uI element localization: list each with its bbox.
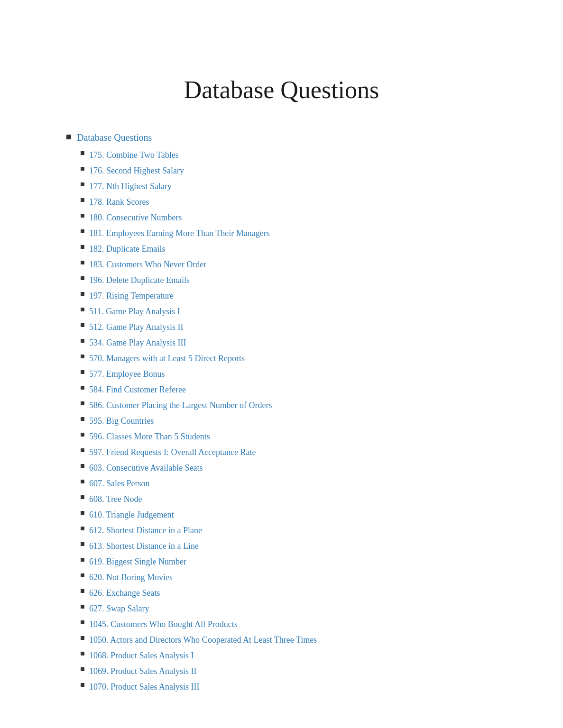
toc-link-item-597[interactable]: 597. Friend Requests I: Overall Acceptan… bbox=[89, 446, 256, 459]
list-item: 511. Game Play Analysis I bbox=[81, 305, 525, 318]
toc-link-item-1069[interactable]: 1069. Product Sales Analysis II bbox=[89, 665, 197, 678]
list-item: 534. Game Play Analysis III bbox=[81, 337, 525, 349]
sub-bullet-icon bbox=[81, 480, 84, 483]
list-item: 607. Sales Person bbox=[81, 477, 525, 490]
sub-bullet-icon bbox=[81, 292, 84, 296]
list-item: 627. Swap Salary bbox=[81, 602, 525, 615]
sub-bullet-icon bbox=[81, 339, 84, 343]
sub-bullet-icon bbox=[81, 511, 84, 515]
sub-bullet-icon bbox=[81, 433, 84, 437]
toc-link-item-610[interactable]: 610. Triangle Judgement bbox=[89, 509, 174, 521]
list-item: 1070. Product Sales Analysis III bbox=[81, 681, 525, 693]
sub-bullet-icon bbox=[81, 448, 84, 452]
sub-bullet-icon bbox=[81, 417, 84, 421]
sub-bullet-icon bbox=[81, 495, 84, 499]
list-item: 584. Find Customer Referee bbox=[81, 383, 525, 396]
toc-link-item-626[interactable]: 626. Exchange Seats bbox=[89, 587, 160, 600]
list-item: 1069. Product Sales Analysis II bbox=[81, 665, 525, 678]
toc-link-item-595[interactable]: 595. Big Countries bbox=[89, 415, 154, 428]
toc-link-item-176[interactable]: 176. Second Highest Salary bbox=[89, 164, 184, 177]
toc-link-item-627[interactable]: 627. Swap Salary bbox=[89, 602, 149, 615]
toc-link-item-512[interactable]: 512. Game Play Analysis II bbox=[89, 321, 183, 334]
page-title: Database Questions bbox=[38, 76, 525, 104]
list-item: 586. Customer Placing the Largest Number… bbox=[81, 399, 525, 412]
toc-link-item-175[interactable]: 175. Combine Two Tables bbox=[89, 149, 179, 162]
sub-bullet-icon bbox=[81, 683, 84, 687]
sub-bullet-icon bbox=[81, 589, 84, 593]
list-item: 177. Nth Highest Salary bbox=[81, 180, 525, 193]
list-item: 612. Shortest Distance in a Plane bbox=[81, 524, 525, 537]
list-item: 196. Delete Duplicate Emails bbox=[81, 274, 525, 287]
sub-bullet-icon bbox=[81, 229, 84, 233]
toc-root-item: Database Questions bbox=[66, 132, 525, 143]
sub-bullet-icon bbox=[81, 667, 84, 671]
toc-container: Database Questions 175. Combine Two Tabl… bbox=[66, 132, 525, 693]
toc-link-item-607[interactable]: 607. Sales Person bbox=[89, 477, 150, 490]
list-item: 1068. Product Sales Analysis I bbox=[81, 649, 525, 662]
toc-link-item-1070[interactable]: 1070. Product Sales Analysis III bbox=[89, 681, 199, 693]
sub-bullet-icon bbox=[81, 276, 84, 280]
toc-link-item-613[interactable]: 613. Shortest Distance in a Line bbox=[89, 540, 199, 553]
toc-link-item-511[interactable]: 511. Game Play Analysis I bbox=[89, 305, 180, 318]
sub-bullet-icon bbox=[81, 261, 84, 264]
toc-root-link[interactable]: Database Questions bbox=[77, 132, 152, 143]
toc-link-item-603[interactable]: 603. Consecutive Available Seats bbox=[89, 462, 203, 474]
sub-bullet-icon bbox=[81, 527, 84, 530]
sub-bullet-icon bbox=[81, 182, 84, 186]
list-item: 619. Biggest Single Number bbox=[81, 555, 525, 568]
list-item: 178. Rank Scores bbox=[81, 196, 525, 209]
toc-link-item-178[interactable]: 178. Rank Scores bbox=[89, 196, 149, 209]
list-item: 626. Exchange Seats bbox=[81, 587, 525, 600]
toc-link-item-534[interactable]: 534. Game Play Analysis III bbox=[89, 337, 186, 349]
toc-link-item-570[interactable]: 570. Managers with at Least 5 Direct Rep… bbox=[89, 352, 245, 365]
list-item: 597. Friend Requests I: Overall Acceptan… bbox=[81, 446, 525, 459]
toc-sub-list: 175. Combine Two Tables176. Second Highe… bbox=[81, 149, 525, 693]
toc-link-item-586[interactable]: 586. Customer Placing the Largest Number… bbox=[89, 399, 272, 412]
sub-bullet-icon bbox=[81, 198, 84, 202]
toc-root-list: Database Questions bbox=[66, 132, 525, 143]
sub-bullet-icon bbox=[81, 605, 84, 609]
toc-link-item-577[interactable]: 577. Employee Bonus bbox=[89, 368, 165, 381]
toc-link-item-180[interactable]: 180. Consecutive Numbers bbox=[89, 211, 182, 224]
toc-link-item-1045[interactable]: 1045. Customers Who Bought All Products bbox=[89, 618, 238, 631]
list-item: 175. Combine Two Tables bbox=[81, 149, 525, 162]
sub-bullet-icon bbox=[81, 620, 84, 624]
toc-link-item-181[interactable]: 181. Employees Earning More Than Their M… bbox=[89, 227, 270, 240]
list-item: 610. Triangle Judgement bbox=[81, 509, 525, 521]
list-item: 1045. Customers Who Bought All Products bbox=[81, 618, 525, 631]
list-item: 577. Employee Bonus bbox=[81, 368, 525, 381]
sub-bullet-icon bbox=[81, 652, 84, 655]
sub-bullet-icon bbox=[81, 464, 84, 468]
toc-link-item-584[interactable]: 584. Find Customer Referee bbox=[89, 383, 186, 396]
list-item: 512. Game Play Analysis II bbox=[81, 321, 525, 334]
toc-link-item-612[interactable]: 612. Shortest Distance in a Plane bbox=[89, 524, 202, 537]
sub-bullet-icon bbox=[81, 214, 84, 218]
list-item: 183. Customers Who Never Order bbox=[81, 258, 525, 271]
toc-link-item-182[interactable]: 182. Duplicate Emails bbox=[89, 243, 165, 255]
sub-bullet-icon bbox=[81, 151, 84, 155]
sub-bullet-icon bbox=[81, 370, 84, 374]
toc-link-item-197[interactable]: 197. Rising Temperature bbox=[89, 290, 174, 302]
toc-link-item-596[interactable]: 596. Classes More Than 5 Students bbox=[89, 430, 210, 443]
toc-link-item-177[interactable]: 177. Nth Highest Salary bbox=[89, 180, 172, 193]
sub-bullet-icon bbox=[81, 167, 84, 171]
toc-link-item-1068[interactable]: 1068. Product Sales Analysis I bbox=[89, 649, 194, 662]
toc-link-item-620[interactable]: 620. Not Boring Movies bbox=[89, 571, 173, 584]
list-item: 595. Big Countries bbox=[81, 415, 525, 428]
sub-bullet-icon bbox=[81, 355, 84, 358]
toc-link-item-196[interactable]: 196. Delete Duplicate Emails bbox=[89, 274, 190, 287]
sub-bullet-icon bbox=[81, 558, 84, 562]
toc-link-item-1050[interactable]: 1050. Actors and Directors Who Cooperate… bbox=[89, 634, 317, 646]
root-bullet-icon bbox=[66, 135, 71, 139]
list-item: 608. Tree Node bbox=[81, 493, 525, 506]
list-item: 1050. Actors and Directors Who Cooperate… bbox=[81, 634, 525, 646]
toc-link-item-183[interactable]: 183. Customers Who Never Order bbox=[89, 258, 206, 271]
list-item: 613. Shortest Distance in a Line bbox=[81, 540, 525, 553]
list-item: 180. Consecutive Numbers bbox=[81, 211, 525, 224]
sub-bullet-icon bbox=[81, 636, 84, 640]
list-item: 620. Not Boring Movies bbox=[81, 571, 525, 584]
toc-link-item-619[interactable]: 619. Biggest Single Number bbox=[89, 555, 186, 568]
toc-link-item-608[interactable]: 608. Tree Node bbox=[89, 493, 142, 506]
sub-bullet-icon bbox=[81, 573, 84, 577]
sub-bullet-icon bbox=[81, 245, 84, 249]
